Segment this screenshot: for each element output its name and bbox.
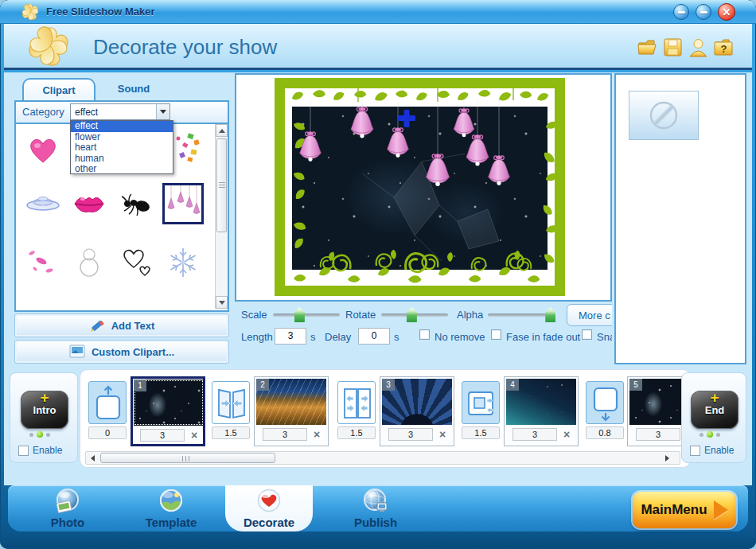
alpha-slider-thumb[interactable] [545, 307, 555, 322]
no-remove-label[interactable]: No remove [435, 331, 485, 343]
clipart-item-petals[interactable] [22, 242, 64, 283]
maximize-icon [700, 11, 707, 14]
slide-preview[interactable] [275, 78, 565, 296]
no-decoration-tile[interactable] [629, 91, 699, 140]
nav-tab-publish[interactable]: Publish [340, 488, 411, 529]
timeline-transition-1[interactable]: 0 [88, 381, 127, 439]
more-colors-button[interactable]: More c [567, 304, 612, 326]
scale-slider-thumb[interactable] [294, 307, 305, 322]
custom-clipart-button[interactable]: Custom Clipart... [14, 340, 229, 364]
delete-photo-icon[interactable]: × [314, 429, 320, 440]
scrollbar-thumb[interactable] [216, 138, 227, 232]
alpha-slider[interactable] [488, 313, 555, 317]
svg-text:?: ? [721, 43, 727, 55]
dropdown-option-other[interactable]: other [71, 164, 173, 175]
window-title: Free Slideshow Maker [46, 6, 155, 18]
delete-photo-icon[interactable]: × [191, 430, 197, 441]
dropdown-option-heart[interactable]: heart [71, 142, 173, 154]
nav-tab-template[interactable]: Template [135, 488, 207, 529]
dropdown-option-flower[interactable]: flower [71, 132, 173, 143]
scroll-down-icon[interactable] [216, 296, 228, 309]
arrow-right-icon [714, 500, 728, 520]
end-button[interactable]: + End [691, 391, 738, 429]
open-folder-icon[interactable] [637, 37, 658, 58]
end-enable-checkbox[interactable] [690, 446, 700, 456]
length-input[interactable]: 3 [275, 328, 306, 345]
end-enable-label[interactable]: Enable [704, 445, 734, 456]
nav-tab-decorate[interactable]: Decorate [233, 488, 305, 529]
app-window: Free Slideshow Maker ✕ Decorate your sho… [0, 0, 756, 549]
close-button[interactable]: ✕ [718, 3, 735, 21]
timeline-scrollbar[interactable] [85, 451, 680, 465]
timeline-photo-3[interactable]: 3 3 × [380, 376, 454, 446]
timeline-transition-2[interactable]: 1.5 [212, 381, 250, 439]
dropdown-option-effect[interactable]: effect [71, 121, 173, 132]
page-title: Decorate your show [93, 35, 277, 60]
timeline-scrollbar-thumb[interactable] [100, 453, 275, 463]
length-unit: s [310, 331, 316, 343]
plus-icon: + [691, 391, 738, 405]
fade-checkbox[interactable] [491, 329, 501, 340]
dropdown-option-human[interactable]: human [71, 154, 173, 165]
intro-enable-checkbox[interactable] [18, 446, 29, 456]
save-icon[interactable] [662, 37, 684, 58]
title-bar[interactable]: Free Slideshow Maker ✕ [0, 0, 756, 24]
category-label: Category [22, 106, 64, 118]
bottom-nav: Photo Template Decorate [8, 485, 748, 531]
clipart-item-rings[interactable] [22, 185, 64, 226]
timeline-photo-1[interactable]: 1 3 × [131, 376, 205, 446]
scroll-up-icon[interactable] [216, 124, 228, 137]
intro-button[interactable]: + Intro [21, 391, 68, 429]
clipart-item-lips[interactable] [68, 185, 110, 226]
snap-checkbox[interactable] [582, 329, 592, 340]
timeline-transition-3[interactable]: 1.5 [337, 381, 376, 439]
no-remove-checkbox[interactable] [419, 329, 430, 340]
add-text-button[interactable]: Add Text [14, 313, 229, 337]
delay-input[interactable]: 0 [358, 328, 390, 345]
snap-label[interactable]: Snap to pho [597, 331, 612, 343]
minimize-button[interactable] [673, 4, 689, 20]
help-icon[interactable]: ? [713, 37, 735, 58]
photo-tab-icon [54, 488, 81, 515]
timeline-transition-5[interactable]: 0.8 [586, 381, 624, 439]
timeline-transition-4[interactable]: 1.5 [462, 381, 500, 439]
nav-tab-photo[interactable]: Photo [32, 488, 103, 529]
main-menu-button[interactable]: MainMenu [633, 492, 736, 528]
category-dropdown[interactable]: effect [70, 103, 170, 120]
clipart-item-partial-butterfly[interactable] [68, 301, 110, 312]
clipart-item-heart[interactable] [22, 130, 64, 172]
clipart-item-ant[interactable] [116, 185, 158, 226]
delete-photo-icon[interactable]: × [563, 429, 570, 440]
clipart-item-partial-splash[interactable] [116, 301, 158, 312]
timeline-photo-2[interactable]: 2 3 × [254, 376, 329, 446]
chevron-down-icon[interactable] [156, 104, 170, 119]
scale-slider[interactable] [273, 313, 340, 317]
category-value: effect [75, 107, 98, 118]
clipart-scrollbar[interactable] [215, 124, 228, 309]
delay-unit: s [394, 331, 399, 343]
delete-photo-icon[interactable]: × [439, 429, 446, 440]
intro-enable-label[interactable]: Enable [33, 445, 62, 456]
alpha-label: Alpha [457, 309, 483, 321]
clipart-item-snowman[interactable] [68, 242, 110, 283]
clipart-item-snowflake[interactable] [162, 242, 204, 283]
fade-label[interactable]: Fase in fade out [506, 331, 580, 343]
none-icon [646, 98, 681, 133]
clipart-item-bells-selected[interactable] [162, 183, 204, 224]
plus-icon: + [21, 391, 68, 405]
pencil-icon [89, 317, 105, 333]
tab-clipart[interactable]: Clipart [22, 78, 95, 100]
timeline-photo-4[interactable]: 4 3 × [504, 376, 579, 446]
user-icon[interactable] [688, 37, 709, 58]
clipart-item-partial-grass[interactable] [162, 301, 204, 312]
template-tab-icon [158, 488, 185, 515]
clipart-item-hearts-outline[interactable] [116, 242, 158, 283]
scroll-left-icon[interactable] [86, 452, 99, 464]
maximize-button[interactable] [696, 4, 711, 20]
end-indicator-lights [699, 431, 731, 438]
rotate-slider-thumb[interactable] [407, 307, 417, 322]
photo-duration[interactable]: 3 [140, 429, 185, 442]
rotate-slider[interactable] [381, 313, 448, 317]
tab-sound[interactable]: Sound [102, 78, 166, 100]
scroll-right-icon[interactable] [661, 452, 673, 464]
